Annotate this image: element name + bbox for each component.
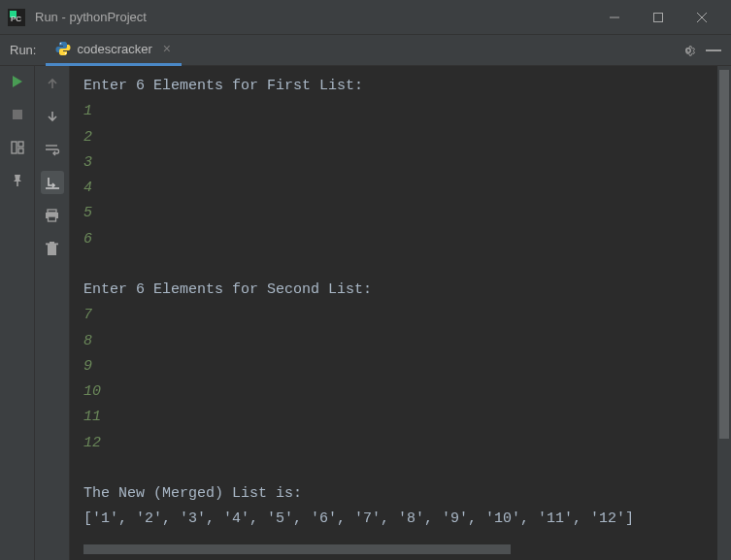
svg-marker-10 bbox=[13, 76, 22, 87]
svg-rect-21 bbox=[50, 242, 54, 244]
console-line: 9 bbox=[83, 354, 731, 379]
pycharm-app-icon: PC bbox=[8, 9, 25, 26]
svg-rect-4 bbox=[653, 13, 662, 21]
console-line: 4 bbox=[83, 176, 731, 201]
svg-rect-16 bbox=[48, 210, 56, 213]
rerun-button[interactable] bbox=[8, 72, 27, 91]
svg-rect-12 bbox=[12, 142, 17, 153]
svg-rect-19 bbox=[48, 245, 56, 255]
console-line: 5 bbox=[83, 201, 731, 226]
svg-rect-18 bbox=[49, 216, 56, 221]
svg-rect-11 bbox=[13, 110, 22, 119]
window-minimize-button[interactable] bbox=[592, 3, 636, 32]
pin-button[interactable] bbox=[8, 171, 27, 190]
close-icon[interactable]: × bbox=[160, 41, 174, 56]
vertical-scrollbar[interactable] bbox=[717, 66, 731, 560]
run-tab[interactable]: codescracker × bbox=[46, 35, 181, 66]
up-stack-button[interactable] bbox=[41, 72, 64, 95]
stop-button[interactable] bbox=[8, 105, 27, 124]
console-line: 11 bbox=[83, 405, 731, 430]
console-line: ['1', '2', '3', '4', '5', '6', '7', '8',… bbox=[83, 507, 731, 532]
main-area: Enter 6 Elements for First List:123456En… bbox=[0, 66, 731, 560]
console-line: 7 bbox=[83, 303, 731, 328]
python-file-icon bbox=[55, 41, 71, 56]
svg-point-8 bbox=[65, 52, 67, 54]
scroll-to-end-button[interactable] bbox=[41, 171, 64, 194]
console-line: 1 bbox=[83, 99, 731, 124]
print-button[interactable] bbox=[41, 204, 64, 227]
console-line: 3 bbox=[83, 150, 731, 176]
window-maximize-button[interactable] bbox=[636, 3, 680, 32]
horizontal-scrollbar[interactable] bbox=[83, 544, 511, 554]
down-stack-button[interactable] bbox=[41, 105, 64, 128]
console-line bbox=[83, 252, 731, 278]
console-line bbox=[83, 456, 731, 481]
tool-window-label: Run: bbox=[0, 43, 46, 57]
window-title: Run - pythonProject bbox=[35, 10, 592, 24]
console-output[interactable]: Enter 6 Elements for First List:123456En… bbox=[70, 66, 731, 560]
console-line: 8 bbox=[83, 329, 731, 354]
layout-button[interactable] bbox=[8, 138, 27, 157]
run-tab-label: codescracker bbox=[77, 42, 151, 56]
run-actions-primary bbox=[0, 66, 35, 560]
titlebar: PC Run - pythonProject bbox=[0, 0, 731, 35]
console-line: 12 bbox=[83, 431, 731, 456]
console-line: The New (Merged) List is: bbox=[83, 481, 731, 507]
window-controls bbox=[592, 3, 723, 32]
window-close-button[interactable] bbox=[680, 3, 723, 32]
svg-text:PC: PC bbox=[11, 15, 21, 23]
console-line: Enter 6 Elements for First List: bbox=[83, 74, 731, 99]
console-line: 10 bbox=[83, 379, 731, 405]
svg-rect-14 bbox=[18, 148, 23, 153]
svg-rect-9 bbox=[706, 49, 721, 51]
tool-window-header: Run: codescracker × bbox=[0, 35, 731, 66]
svg-rect-15 bbox=[17, 181, 18, 186]
svg-point-7 bbox=[60, 43, 62, 45]
clear-all-button[interactable] bbox=[41, 237, 64, 260]
console-line: 6 bbox=[83, 227, 731, 252]
soft-wrap-button[interactable] bbox=[41, 138, 64, 161]
svg-rect-13 bbox=[18, 142, 23, 147]
console-line: Enter 6 Elements for Second List: bbox=[83, 278, 731, 303]
hide-panel-icon[interactable] bbox=[706, 43, 721, 58]
gear-icon[interactable] bbox=[681, 43, 696, 58]
run-actions-secondary bbox=[35, 66, 70, 560]
console-line: 2 bbox=[83, 125, 731, 150]
